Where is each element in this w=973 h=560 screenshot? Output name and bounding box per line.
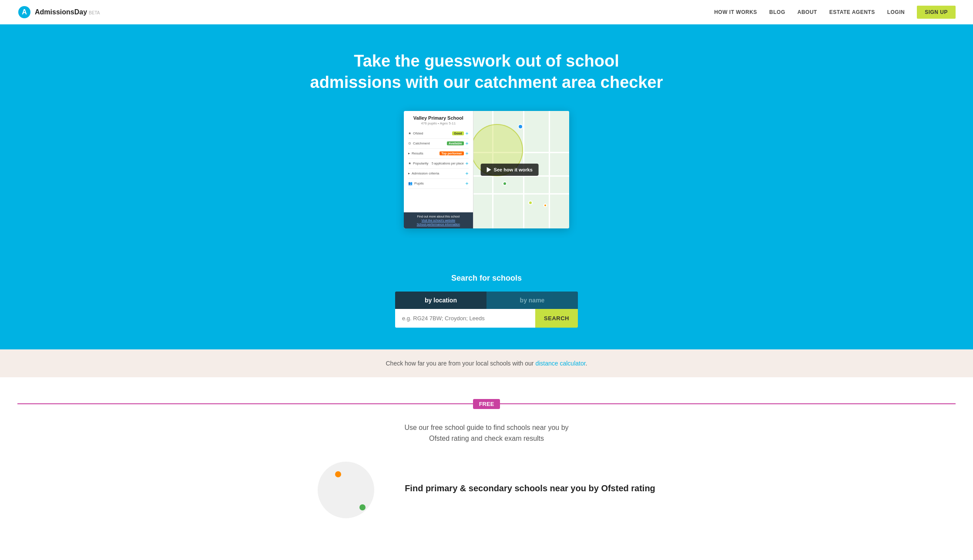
card-illustration (318, 462, 387, 518)
school-sub: 476 pupils • Ages 5-11 (408, 121, 469, 125)
expand-admission[interactable]: + (466, 171, 469, 177)
search-section: Search for schools by location by name S… (0, 274, 973, 349)
hero-title: Take the guesswork out of school admissi… (9, 50, 964, 94)
logo-text: AdmissionsDayBETA (35, 8, 100, 16)
search-tabs: by location by name (395, 292, 578, 309)
free-section: FREE Use our free school guide to find s… (0, 377, 973, 536)
map-marker (503, 181, 507, 186)
pupils-row: 👥Pupils + (408, 179, 469, 189)
admission-row: ▸Admission criteria + (408, 169, 469, 179)
panel-footer: Find out more about this school Visit th… (404, 212, 473, 228)
popularity-icon: ★ (408, 161, 411, 165)
tab-by-name[interactable]: by name (486, 292, 578, 309)
divider-line-left (17, 403, 473, 404)
play-label: See how it works (494, 167, 533, 172)
ofsted-badge: Good (452, 131, 463, 135)
distance-calculator-link[interactable]: distance calculator (535, 360, 585, 367)
nav-about[interactable]: ABOUT (798, 9, 817, 15)
logo-area: A AdmissionsDayBETA (17, 5, 100, 19)
green-dot (359, 504, 366, 510)
bottom-card: Find primary & secondary schools near yo… (312, 462, 661, 518)
tab-by-location[interactable]: by location (395, 292, 486, 309)
info-suffix: . (586, 360, 587, 367)
nav-login[interactable]: LOGIN (887, 9, 905, 15)
card-text: Find primary & secondary schools near yo… (405, 483, 655, 497)
map-road (549, 111, 550, 228)
popularity-row: ★Popularity 5 applications per place + (408, 159, 469, 169)
dots-circle (318, 462, 374, 518)
free-badge: FREE (473, 399, 500, 409)
hero-section: Take the guesswork out of school admissi… (0, 24, 973, 274)
admission-icon: ▸ (408, 171, 410, 175)
pupils-icon: 👥 (408, 181, 413, 185)
school-name: Valley Primary School (408, 115, 469, 121)
school-website-link[interactable]: Visit the school's website (407, 219, 470, 222)
expand-ofsted[interactable]: + (466, 131, 469, 137)
search-bar: SEARCH (395, 309, 578, 328)
popularity-value: 5 applications per place (432, 162, 464, 165)
svg-text:A: A (22, 8, 27, 16)
expand-catchment[interactable]: + (466, 141, 469, 147)
search-input[interactable] (395, 309, 535, 328)
play-icon (487, 167, 491, 172)
divider-line-right (500, 403, 956, 404)
nav-how-it-works[interactable]: HOW IT WORKS (714, 9, 757, 15)
info-text: Check how far you are from your local sc… (386, 360, 533, 367)
results-badge: Top performer (440, 151, 463, 155)
info-strip: Check how far you are from your local sc… (0, 349, 973, 377)
map-marker (544, 204, 547, 207)
expand-pupils[interactable]: + (466, 181, 469, 187)
search-title: Search for schools (9, 274, 964, 283)
catchment-icon: ⊙ (408, 141, 411, 145)
hero-image: Show State Primaries Visit Inadequate or… (404, 111, 569, 228)
card-title: Find primary & secondary schools near yo… (405, 483, 655, 494)
play-overlay[interactable]: See how it works (481, 164, 539, 176)
header: A AdmissionsDayBETA HOW IT WORKS BLOG AB… (0, 0, 973, 24)
ofsted-row: ★Ofsted Good + (408, 129, 469, 139)
map-road (466, 193, 569, 194)
main-nav: HOW IT WORKS BLOG ABOUT ESTATE AGENTS LO… (714, 6, 956, 19)
school-side-panel: Valley Primary School 476 pupils • Ages … (404, 111, 473, 228)
map-mockup: Show State Primaries Visit Inadequate or… (404, 111, 569, 228)
expand-results[interactable]: + (466, 151, 469, 157)
signup-button[interactable]: SIGN UP (917, 6, 956, 19)
nav-blog[interactable]: BLOG (769, 9, 785, 15)
catchment-row: ⊙Catchment Available + (408, 139, 469, 149)
logo-icon: A (17, 5, 31, 19)
star-icon: ★ (408, 131, 411, 135)
search-button[interactable]: SEARCH (535, 309, 578, 328)
expand-popularity[interactable]: + (466, 161, 469, 167)
free-description: Use our free school guide to find school… (399, 422, 574, 444)
nav-estate-agents[interactable]: ESTATE AGENTS (829, 9, 875, 15)
catchment-badge: Available (447, 141, 463, 145)
map-marker (528, 201, 533, 205)
free-divider: FREE (17, 399, 956, 409)
school-performance-link[interactable]: School performance information (407, 223, 470, 226)
orange-dot (335, 471, 341, 477)
results-icon: ▸ (408, 151, 410, 155)
map-marker (518, 124, 523, 129)
results-row: ▸Results Top performer + (408, 149, 469, 159)
